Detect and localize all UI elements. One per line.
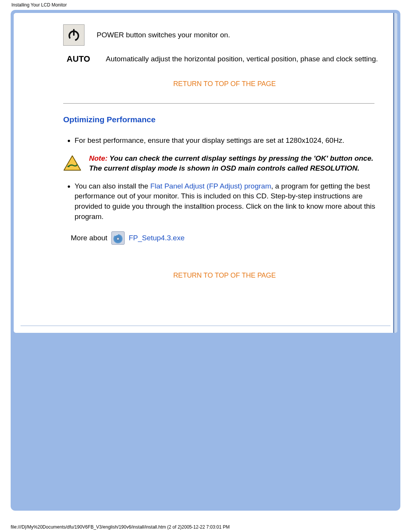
- more-about-label: More about: [71, 234, 107, 242]
- inner-content: POWER button switches your monitor on. A…: [14, 13, 397, 333]
- return-to-top-link[interactable]: RETURN TO TOP OF THE PAGE: [63, 80, 386, 88]
- content-panel: POWER button switches your monitor on. A…: [14, 13, 397, 333]
- svg-point-7: [117, 238, 119, 240]
- bottom-divider: [21, 326, 390, 326]
- fp-setup-link[interactable]: FP_Setup4.3.exe: [129, 234, 185, 242]
- auto-icon: AUTO: [63, 53, 94, 65]
- content-list: For best performance, ensure that your d…: [75, 136, 386, 146]
- fp-adjust-link[interactable]: Flat Panel Adjust (FP Adjust) program: [150, 182, 271, 190]
- auto-description: Automatically adjust the horizontal posi…: [106, 54, 378, 64]
- document-title: Installing Your LCD Monitor: [0, 0, 411, 10]
- svg-point-3: [67, 166, 70, 167]
- bullet2-before: You can also install the: [75, 182, 150, 190]
- list-item: For best performance, ensure that your d…: [75, 136, 386, 146]
- note-prefix: Note:: [89, 154, 108, 162]
- more-about-row: More about FP_Setup4.3.exe: [71, 231, 386, 245]
- note-text: Note: You can check the current display …: [89, 153, 386, 174]
- section-optimizing-title: Optimizing Performance: [63, 115, 386, 124]
- warning-icon: [63, 155, 81, 172]
- svg-marker-2: [64, 156, 81, 170]
- list-item: You can also install the Flat Panel Adju…: [75, 181, 386, 222]
- divider: [63, 103, 374, 104]
- note-block: Note: You can check the current display …: [63, 153, 386, 174]
- power-icon: [63, 24, 84, 46]
- footer-path: file:///D|/My%20Documents/dfu/190V6FB_V3…: [11, 524, 229, 530]
- note-body: You can check the current display settin…: [89, 154, 373, 173]
- content-list-2: You can also install the Flat Panel Adju…: [75, 181, 386, 222]
- power-description: POWER button switches your monitor on.: [97, 30, 230, 40]
- page-frame: POWER button switches your monitor on. A…: [11, 10, 400, 511]
- cd-icon: [111, 231, 125, 245]
- power-button-row: POWER button switches your monitor on.: [63, 24, 386, 46]
- auto-button-row: AUTO Automatically adjust the horizontal…: [63, 53, 386, 65]
- return-to-top-link[interactable]: RETURN TO TOP OF THE PAGE: [63, 272, 386, 280]
